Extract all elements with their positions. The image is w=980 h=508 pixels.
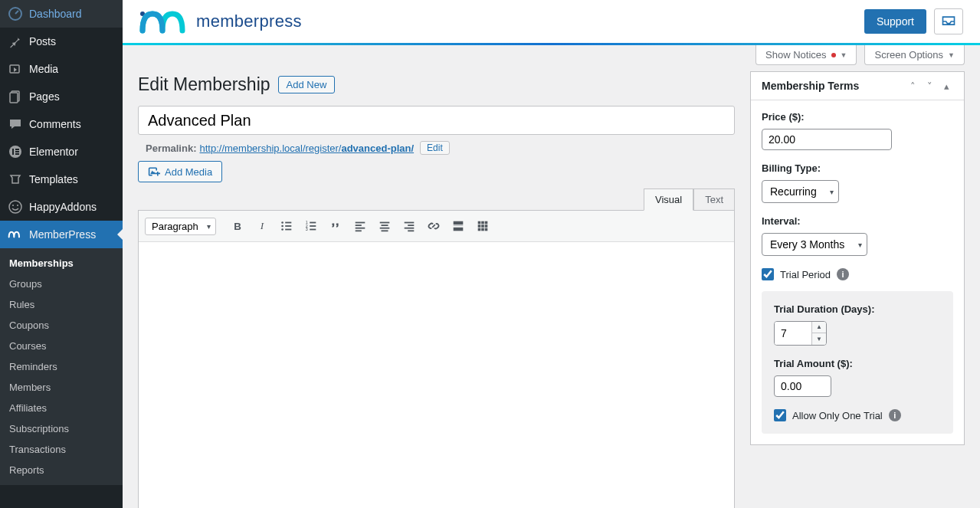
brand-name: memberpress: [196, 11, 302, 31]
svg-point-9: [9, 201, 21, 213]
editor-tabs: Visual Text: [138, 188, 735, 211]
permalink-label: Permalink:: [146, 143, 196, 154]
submenu-reports[interactable]: Reports: [0, 460, 123, 480]
numbered-list-button[interactable]: 123: [300, 215, 322, 237]
align-center-button[interactable]: [374, 215, 395, 237]
trial-duration-input[interactable]: [775, 322, 811, 345]
billing-type-select[interactable]: Recurring: [762, 180, 839, 203]
italic-button[interactable]: I: [251, 215, 273, 237]
sidebar-item-comments[interactable]: Comments: [0, 110, 123, 138]
trial-period-checkbox[interactable]: [762, 268, 774, 280]
submenu-affiliates[interactable]: Affiliates: [0, 398, 123, 418]
support-button[interactable]: Support: [864, 9, 926, 34]
submenu-rules[interactable]: Rules: [0, 294, 123, 315]
visual-tab[interactable]: Visual: [644, 188, 693, 211]
panel-title: Membership Terms: [762, 80, 859, 92]
inbox-icon: [941, 14, 956, 29]
move-down-icon[interactable]: ˅: [923, 80, 936, 92]
submenu-courses[interactable]: Courses: [0, 336, 123, 356]
sidebar-item-label: Comments: [29, 118, 81, 130]
submenu-memberships[interactable]: Memberships: [0, 253, 123, 274]
bulleted-list-button[interactable]: [276, 215, 297, 237]
toolbar-toggle-button[interactable]: [472, 215, 493, 237]
svg-text:3: 3: [306, 227, 308, 231]
memberpress-mark-icon: [139, 8, 185, 35]
svg-rect-34: [408, 225, 414, 226]
editor: Paragraph B I 123: [138, 210, 735, 508]
editor-toolbar: Paragraph B I 123: [139, 211, 734, 242]
pages-icon: [8, 89, 23, 104]
allow-one-trial-checkbox[interactable]: [774, 409, 786, 421]
add-new-button[interactable]: Add New: [278, 76, 336, 93]
align-right-button[interactable]: [398, 215, 420, 237]
price-input[interactable]: [762, 129, 892, 150]
blockquote-button[interactable]: [325, 215, 346, 237]
svg-rect-48: [485, 228, 488, 231]
stepper-down-button[interactable]: ▼: [812, 333, 826, 345]
link-button[interactable]: [423, 215, 444, 237]
sidebar-submenu: Memberships Groups Rules Coupons Courses…: [0, 248, 123, 485]
interval-select[interactable]: Every 3 Months: [762, 233, 867, 256]
svg-rect-14: [285, 222, 291, 224]
add-media-button[interactable]: Add Media: [138, 161, 222, 182]
paragraph-select[interactable]: Paragraph: [145, 218, 216, 235]
add-media-label: Add Media: [165, 166, 212, 178]
allow-one-trial-label: Allow Only One Trial: [792, 410, 883, 421]
inbox-button[interactable]: [934, 8, 963, 34]
sidebar-item-label: Posts: [29, 35, 56, 48]
sidebar-item-media[interactable]: Media: [0, 55, 123, 83]
submenu-groups[interactable]: Groups: [0, 274, 123, 294]
svg-rect-45: [485, 225, 488, 228]
svg-rect-24: [310, 229, 316, 231]
submenu-subscriptions[interactable]: Subscriptions: [0, 418, 123, 439]
info-icon[interactable]: i: [837, 268, 849, 280]
bold-button[interactable]: B: [227, 215, 248, 237]
svg-point-13: [281, 221, 284, 224]
svg-rect-3: [10, 93, 18, 103]
svg-rect-41: [481, 221, 484, 225]
svg-rect-27: [356, 228, 365, 229]
toggle-panel-icon[interactable]: ▴: [939, 80, 953, 92]
submenu-coupons[interactable]: Coupons: [0, 315, 123, 336]
permalink-link[interactable]: http://membership.local/register/advance…: [199, 143, 414, 154]
editor-body[interactable]: [139, 242, 734, 508]
move-up-icon[interactable]: ˄: [906, 80, 919, 92]
sidebar-item-posts[interactable]: Posts: [0, 28, 123, 55]
sidebar-item-happyaddons[interactable]: HappyAddons: [0, 193, 123, 221]
svg-rect-38: [454, 225, 464, 226]
trial-settings-box: Trial Duration (Days): ▲ ▼ Trial Amount …: [762, 291, 953, 434]
svg-rect-20: [310, 222, 316, 224]
svg-point-15: [281, 225, 284, 228]
show-notices-button[interactable]: Show Notices ▼: [755, 45, 857, 65]
text-tab[interactable]: Text: [693, 188, 735, 211]
sidebar-item-pages[interactable]: Pages: [0, 83, 123, 110]
comments-icon: [8, 116, 23, 132]
media-icon: [148, 166, 160, 178]
submenu-reminders[interactable]: Reminders: [0, 356, 123, 377]
svg-point-11: [17, 205, 18, 206]
sidebar-item-label: Elementor: [29, 146, 78, 158]
sidebar-item-elementor[interactable]: Elementor: [0, 138, 123, 166]
memberpress-icon: [8, 227, 23, 242]
pin-icon: [8, 34, 23, 49]
read-more-button[interactable]: [447, 215, 469, 237]
align-left-button[interactable]: [349, 215, 371, 237]
sidebar-item-dashboard[interactable]: Dashboard: [0, 0, 123, 28]
screen-options-button[interactable]: Screen Options ▼: [864, 45, 965, 65]
sidebar-item-templates[interactable]: Templates: [0, 166, 123, 193]
info-icon[interactable]: i: [889, 409, 901, 421]
edit-permalink-button[interactable]: Edit: [420, 141, 450, 155]
sidebar-item-label: Pages: [29, 90, 60, 103]
sidebar-item-memberpress[interactable]: MemberPress: [0, 221, 123, 248]
membership-title-input[interactable]: [138, 106, 735, 135]
submenu-members[interactable]: Members: [0, 377, 123, 398]
svg-rect-7: [15, 151, 19, 152]
trial-amount-input[interactable]: [774, 375, 831, 397]
price-label: Price ($):: [762, 111, 953, 123]
chevron-down-icon: ▼: [841, 51, 847, 59]
notice-dot-icon: [831, 53, 836, 57]
stepper-up-button[interactable]: ▲: [812, 322, 826, 333]
page-title: Edit Membership: [138, 74, 270, 95]
svg-rect-46: [478, 228, 481, 231]
submenu-transactions[interactable]: Transactions: [0, 439, 123, 460]
